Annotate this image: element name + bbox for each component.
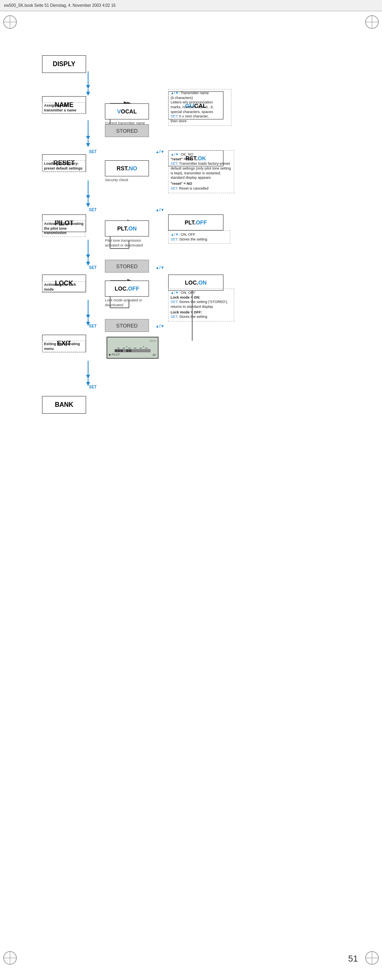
gucal-line1: ▲/▼: Transmitter name (171, 91, 229, 96)
corner-bl (2, 950, 18, 966)
gucal-line5: special characters, spaces (171, 110, 229, 115)
set-label-lock: SET (89, 324, 97, 328)
stored1-box: STORED (105, 124, 149, 137)
corner-tl (2, 14, 18, 30)
plt-off-l2: SET: Stores the setting (171, 237, 228, 242)
vocal-box: VOCAL (105, 103, 149, 119)
set-label-name: SET (89, 150, 97, 154)
plt-off-box: PLT. OFF (168, 214, 223, 230)
rst-ok-desc-box: ▲/▼: OK, NO "reset" = OK: SET: Transmitt… (168, 150, 234, 193)
pilot-indicator: ▶ PILOT (109, 353, 120, 356)
plt-off-plt: PLT. (185, 219, 196, 226)
lcd-bar (115, 349, 151, 352)
header-bar: ew500_SK.book Seite 51 Dienstag, 4. Nove… (0, 0, 382, 11)
page-number: 51 (348, 954, 358, 964)
loc-off-loc: LOC. (115, 285, 128, 292)
plt-off-off: OFF (196, 219, 207, 226)
updown-label-plt: ▲/▼ (155, 265, 165, 270)
stored1-label: STORED (116, 128, 138, 134)
gucal-line2: (6 characters) (171, 96, 229, 101)
plt-on-box: PLT. ON (105, 220, 149, 236)
stored3-box: STORED (105, 319, 149, 332)
rst-ok-l4: "reset" = NO (171, 182, 232, 186)
loc-on-box: LOC.ON (168, 275, 223, 291)
updown-label-rst: ▲/▼ (155, 208, 165, 212)
loc-on-desc-box: ▲/▼: ON, OFF Lock mode = ON: SET: Stores… (168, 289, 234, 321)
set-label-exit: SET (89, 385, 97, 389)
name-desc: Assigning the transmitter a name (44, 103, 76, 112)
loc-off-off: OFF (128, 285, 139, 292)
page-container: ew500_SK.book Seite 51 Dienstag, 4. Nove… (0, 0, 382, 980)
plt-on-on: ON (128, 225, 137, 232)
header-text: ew500_SK.book Seite 51 Dienstag, 4. Nove… (4, 3, 116, 8)
gucal-line4: marks, numbers from 0...9, (171, 105, 229, 110)
loc-off-box: LOC.OFF (105, 281, 149, 297)
svg-marker-33 (86, 375, 90, 379)
updown-label-vocal: ▲/▼ (155, 150, 165, 154)
loc-on-l1: ▲/▼: ON, OFF (171, 291, 232, 295)
rst-ok-l5: SET: Reset is cancelled (171, 186, 232, 191)
name-desc-box: Assigning the transmitter a name (42, 102, 85, 114)
lock-desc-box: Activating the lock mode (42, 281, 85, 293)
loc-on-loc: LOC. (185, 279, 198, 286)
reset-desc: Loading the factory-preset default setti… (44, 162, 82, 170)
loc-on-l3: SET: Stores the setting ('STORED'), retu… (171, 300, 232, 309)
svg-marker-23 (86, 203, 90, 207)
gucal-line7: then store (171, 119, 229, 124)
gucal-desc-box: ▲/▼: Transmitter name (6 characters) Let… (168, 89, 231, 126)
loc-on-on: ON (198, 279, 207, 286)
plt-off-desc-box: ▲/▼: ON, OFF SET: Stores the setting (168, 230, 230, 244)
reset-desc-box: Loading the factory-preset default setti… (42, 160, 85, 172)
loc-off-desc: Lock mode activated or deactivated (105, 298, 153, 307)
exit-desc-box: Exiting the operating menu (42, 341, 85, 352)
svg-marker-21 (86, 195, 90, 199)
set-label-pilot: SET (89, 265, 97, 270)
rst-no-desc: Security check (105, 178, 129, 182)
loc-on-l4: Lock mode = OFF: (171, 310, 232, 315)
stored2-label: STORED (116, 263, 138, 269)
rst-no-rst: RST. (117, 165, 129, 172)
bank-box: BANK (42, 396, 86, 414)
vocal-rest: OCAL (121, 108, 137, 115)
rst-no-box: RST. NO (105, 160, 149, 176)
plt-off-l1: ▲/▼: ON, OFF (171, 232, 228, 237)
mhz-label: MHz (150, 339, 156, 343)
af-label: AF (153, 354, 156, 356)
rst-ok-l1: ▲/▼: OK, NO (171, 152, 232, 157)
lcd-freq: _ _._ _ _._ (117, 344, 148, 348)
lock-desc: Activating the lock mode (44, 283, 76, 291)
stored3-label: STORED (116, 323, 138, 329)
rst-ok-l3: SET: Transmitter loads factory-preset de… (171, 162, 232, 180)
svg-marker-13 (86, 85, 90, 89)
rst-ok-l2: "reset" = OK: (171, 157, 232, 162)
plt-on-desc: Pilot tone transmission activated or dea… (105, 238, 153, 248)
set-label-reset: SET (89, 208, 97, 212)
loc-on-l2: Lock mode = ON: (171, 295, 232, 300)
gucal-line6: SET: 5 x next character, (171, 114, 229, 119)
plt-on-plt: PLT. (117, 225, 129, 232)
svg-marker-29 (86, 315, 90, 319)
exit-desc: Exiting the operating menu (44, 342, 80, 351)
disply-label: DISPLY (53, 61, 75, 68)
svg-marker-19 (86, 143, 90, 147)
gucal-line3: Letters w/o pronounciation (171, 100, 229, 105)
bank-label: BANK (55, 401, 73, 408)
svg-marker-15 (86, 92, 90, 96)
corner-br (364, 950, 380, 966)
corner-tr (364, 14, 380, 30)
lcd-display-box: _ _._ _ _._ MHz AF ▶ PILOT (107, 337, 159, 359)
pilot-desc: Activating/deactivating the pilot tone t… (44, 222, 84, 235)
rst-no-no: NO (129, 165, 137, 172)
updown-label-lock: ▲/▼ (155, 324, 165, 328)
stored2-box: STORED (105, 260, 149, 273)
svg-marker-17 (86, 136, 90, 140)
vocal-v: V (117, 108, 121, 115)
svg-marker-25 (86, 255, 90, 259)
pilot-desc-box: Activating/deactivating the pilot tone t… (42, 220, 85, 237)
loc-on-l5: SET: Stores the setting (171, 315, 232, 319)
disply-box: DISPLY (42, 55, 86, 73)
